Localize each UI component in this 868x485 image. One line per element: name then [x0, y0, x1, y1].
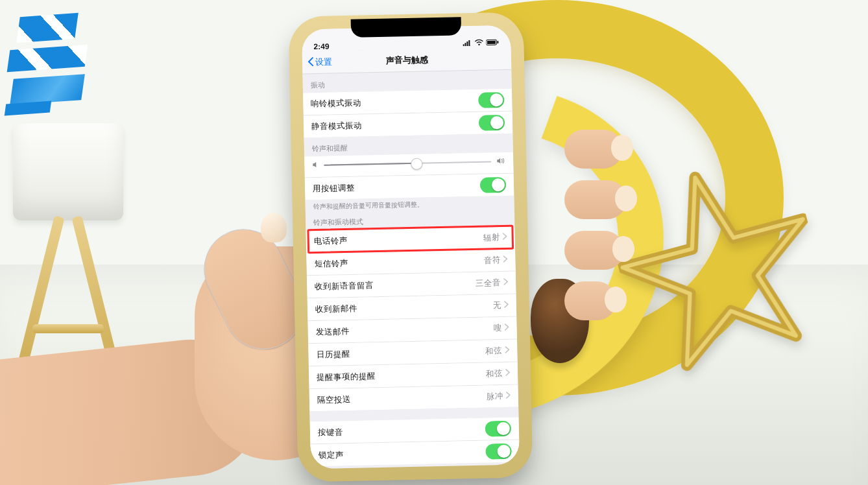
row-value: 脉冲 [487, 390, 511, 402]
toggle-on[interactable] [480, 177, 506, 193]
svg-rect-3 [464, 43, 466, 46]
back-button[interactable]: 设置 [307, 56, 332, 68]
row-value: 嗖 [493, 322, 509, 333]
toggle-on[interactable] [485, 421, 511, 437]
watermark-logo [5, 12, 102, 115]
phone-screen: 2:49 设置 [302, 25, 520, 469]
battery-icon [486, 38, 499, 47]
speaker-high-icon [496, 158, 505, 165]
chevron-left-icon [307, 57, 314, 68]
back-label: 设置 [315, 56, 332, 68]
svg-point-6 [478, 43, 480, 45]
cellular-icon [463, 39, 472, 48]
chevron-right-icon [503, 278, 508, 287]
photo-scene: 2:49 设置 [0, 0, 868, 485]
chevron-right-icon [503, 255, 507, 265]
svg-rect-9 [497, 41, 498, 43]
row-value: 无 [493, 300, 509, 311]
row-label: 收到新语音留言 [315, 280, 374, 292]
page-title: 声音与触感 [385, 54, 428, 66]
row-label: 静音模式振动 [311, 120, 362, 132]
row-label: 日历提醒 [316, 348, 350, 360]
row-value: 和弦 [485, 345, 509, 357]
row-label: 按键音 [318, 427, 343, 438]
phone-notch [351, 17, 462, 38]
row-lock-sound[interactable]: 锁定声 [310, 440, 520, 467]
toggle-on[interactable] [478, 92, 504, 108]
row-label: 电话铃声 [314, 235, 348, 247]
nav-bar: 设置 声音与触感 [302, 47, 512, 75]
iphone-device: 2:49 设置 [293, 16, 529, 478]
svg-rect-8 [487, 41, 496, 44]
row-value: 辐射 [483, 231, 507, 243]
svg-marker-1 [605, 154, 832, 375]
chevron-right-icon [506, 392, 511, 401]
row-value: 三全音 [476, 277, 508, 289]
svg-rect-2 [463, 44, 464, 46]
svg-rect-4 [466, 41, 468, 46]
row-value: 音符 [483, 254, 507, 266]
chevron-right-icon [503, 233, 507, 242]
settings-list[interactable]: 振动 响铃模式振动 静音模式振动 铃声和提醒 [302, 70, 520, 467]
status-time: 2:49 [313, 42, 329, 52]
row-label: 用按钮调整 [313, 182, 355, 194]
speaker-low-icon [312, 161, 319, 169]
toggle-on[interactable] [485, 444, 511, 460]
svg-rect-5 [468, 40, 470, 46]
row-label: 收到新邮件 [315, 303, 357, 314]
row-value: 和弦 [486, 368, 510, 379]
row-label: 响铃模式振动 [311, 97, 361, 110]
pinecone-prop [531, 279, 589, 363]
row-label: 提醒事项的提醒 [317, 371, 376, 383]
row-sound-0[interactable]: 电话铃声辐射 [306, 226, 515, 254]
row-label: 锁定声 [319, 449, 344, 461]
volume-slider[interactable] [324, 156, 491, 170]
gold-stand-prop [13, 123, 123, 396]
row-label: 短信铃声 [314, 258, 348, 270]
wifi-icon [474, 39, 483, 48]
chevron-right-icon [505, 346, 509, 355]
chevron-right-icon [505, 369, 510, 378]
row-label: 隔空投送 [317, 394, 351, 405]
toggle-on[interactable] [479, 115, 505, 131]
chevron-right-icon [504, 301, 509, 310]
row-label: 发送邮件 [316, 326, 350, 338]
chevron-right-icon [505, 324, 509, 333]
